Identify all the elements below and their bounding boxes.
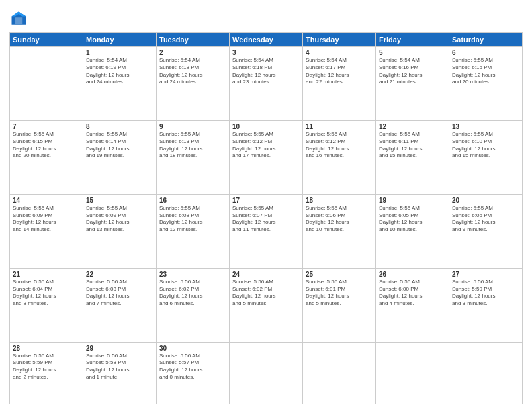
day-number: 26 <box>379 271 446 278</box>
day-number: 11 <box>306 123 373 130</box>
calendar-cell: 6Sunrise: 5:55 AM Sunset: 6:15 PM Daylig… <box>449 47 523 121</box>
day-number: 18 <box>306 197 373 204</box>
day-info: Sunrise: 5:56 AM Sunset: 6:02 PM Dayligh… <box>159 279 226 308</box>
day-number: 12 <box>379 123 446 130</box>
day-info: Sunrise: 5:55 AM Sunset: 6:09 PM Dayligh… <box>86 205 153 234</box>
day-info: Sunrise: 5:55 AM Sunset: 6:14 PM Dayligh… <box>86 131 153 160</box>
day-info: Sunrise: 5:56 AM Sunset: 5:59 PM Dayligh… <box>13 353 80 381</box>
weekday-header-row: SundayMondayTuesdayWednesdayThursdayFrid… <box>10 33 523 47</box>
day-number: 17 <box>232 197 300 204</box>
calendar-cell: 10Sunrise: 5:55 AM Sunset: 6:12 PM Dayli… <box>230 120 303 194</box>
calendar-cell <box>376 342 449 404</box>
calendar-week-row: 28Sunrise: 5:56 AM Sunset: 5:59 PM Dayli… <box>10 342 523 404</box>
day-info: Sunrise: 5:55 AM Sunset: 6:13 PM Dayligh… <box>159 131 226 160</box>
calendar-cell: 17Sunrise: 5:55 AM Sunset: 6:07 PM Dayli… <box>230 194 303 268</box>
day-info: Sunrise: 5:55 AM Sunset: 6:11 PM Dayligh… <box>379 131 446 160</box>
day-info: Sunrise: 5:54 AM Sunset: 6:18 PM Dayligh… <box>232 57 300 86</box>
day-info: Sunrise: 5:55 AM Sunset: 6:10 PM Dayligh… <box>452 131 519 160</box>
day-number: 15 <box>86 197 153 204</box>
calendar-cell <box>10 47 83 121</box>
calendar-cell: 30Sunrise: 5:56 AM Sunset: 5:57 PM Dayli… <box>157 342 230 404</box>
day-number: 23 <box>159 271 226 278</box>
day-info: Sunrise: 5:54 AM Sunset: 6:16 PM Dayligh… <box>379 57 446 86</box>
calendar-cell: 12Sunrise: 5:55 AM Sunset: 6:11 PM Dayli… <box>376 120 449 194</box>
day-number: 21 <box>13 271 80 278</box>
day-number: 20 <box>452 197 519 204</box>
calendar-cell: 15Sunrise: 5:55 AM Sunset: 6:09 PM Dayli… <box>83 194 157 268</box>
weekday-header: Friday <box>376 33 449 47</box>
day-info: Sunrise: 5:55 AM Sunset: 6:15 PM Dayligh… <box>452 57 519 86</box>
calendar-cell: 23Sunrise: 5:56 AM Sunset: 6:02 PM Dayli… <box>157 268 230 342</box>
day-number: 4 <box>306 49 373 56</box>
calendar-cell: 29Sunrise: 5:56 AM Sunset: 5:58 PM Dayli… <box>83 342 157 404</box>
day-info: Sunrise: 5:54 AM Sunset: 6:19 PM Dayligh… <box>86 57 153 86</box>
day-info: Sunrise: 5:55 AM Sunset: 6:05 PM Dayligh… <box>452 205 519 234</box>
day-info: Sunrise: 5:55 AM Sunset: 6:09 PM Dayligh… <box>13 205 80 234</box>
day-info: Sunrise: 5:56 AM Sunset: 6:00 PM Dayligh… <box>379 279 446 308</box>
calendar-cell: 11Sunrise: 5:55 AM Sunset: 6:12 PM Dayli… <box>303 120 376 194</box>
calendar-cell: 5Sunrise: 5:54 AM Sunset: 6:16 PM Daylig… <box>376 47 449 121</box>
day-number: 9 <box>159 123 226 130</box>
calendar-week-row: 7Sunrise: 5:55 AM Sunset: 6:15 PM Daylig… <box>10 120 523 194</box>
calendar-cell: 21Sunrise: 5:55 AM Sunset: 6:04 PM Dayli… <box>10 268 83 342</box>
logo[interactable] <box>9 9 30 28</box>
calendar-cell: 9Sunrise: 5:55 AM Sunset: 6:13 PM Daylig… <box>157 120 230 194</box>
day-number: 30 <box>159 345 226 352</box>
weekday-header: Monday <box>83 33 157 47</box>
calendar-cell: 28Sunrise: 5:56 AM Sunset: 5:59 PM Dayli… <box>10 342 83 404</box>
day-info: Sunrise: 5:56 AM Sunset: 6:02 PM Dayligh… <box>232 279 300 308</box>
weekday-header: Saturday <box>449 33 523 47</box>
calendar-cell: 14Sunrise: 5:55 AM Sunset: 6:09 PM Dayli… <box>10 194 83 268</box>
day-number: 5 <box>379 49 446 56</box>
calendar-cell <box>230 342 303 404</box>
calendar-cell: 27Sunrise: 5:56 AM Sunset: 5:59 PM Dayli… <box>449 268 523 342</box>
day-info: Sunrise: 5:56 AM Sunset: 5:57 PM Dayligh… <box>159 353 226 381</box>
day-info: Sunrise: 5:55 AM Sunset: 6:12 PM Dayligh… <box>306 131 373 160</box>
day-info: Sunrise: 5:55 AM Sunset: 6:06 PM Dayligh… <box>306 205 373 234</box>
day-number: 3 <box>232 49 300 56</box>
day-number: 7 <box>13 123 80 130</box>
calendar-cell: 7Sunrise: 5:55 AM Sunset: 6:15 PM Daylig… <box>10 120 83 194</box>
calendar-cell: 20Sunrise: 5:55 AM Sunset: 6:05 PM Dayli… <box>449 194 523 268</box>
weekday-header: Wednesday <box>230 33 303 47</box>
page: SundayMondayTuesdayWednesdayThursdayFrid… <box>0 0 532 411</box>
day-number: 8 <box>86 123 153 130</box>
day-info: Sunrise: 5:56 AM Sunset: 6:01 PM Dayligh… <box>306 279 373 308</box>
calendar-cell <box>303 342 376 404</box>
day-info: Sunrise: 5:54 AM Sunset: 6:17 PM Dayligh… <box>306 57 373 86</box>
logo-icon <box>9 9 28 28</box>
day-number: 29 <box>86 345 153 352</box>
day-info: Sunrise: 5:55 AM Sunset: 6:15 PM Dayligh… <box>13 131 80 160</box>
calendar-cell: 22Sunrise: 5:56 AM Sunset: 6:03 PM Dayli… <box>83 268 157 342</box>
day-info: Sunrise: 5:55 AM Sunset: 6:08 PM Dayligh… <box>159 205 226 234</box>
day-number: 13 <box>452 123 519 130</box>
day-number: 10 <box>232 123 300 130</box>
day-info: Sunrise: 5:55 AM Sunset: 6:05 PM Dayligh… <box>379 205 446 234</box>
day-number: 19 <box>379 197 446 204</box>
calendar-cell: 13Sunrise: 5:55 AM Sunset: 6:10 PM Dayli… <box>449 120 523 194</box>
day-number: 16 <box>159 197 226 204</box>
calendar-cell: 1Sunrise: 5:54 AM Sunset: 6:19 PM Daylig… <box>83 47 157 121</box>
day-info: Sunrise: 5:55 AM Sunset: 6:04 PM Dayligh… <box>13 279 80 308</box>
calendar-week-row: 21Sunrise: 5:55 AM Sunset: 6:04 PM Dayli… <box>10 268 523 342</box>
day-number: 2 <box>159 49 226 56</box>
day-info: Sunrise: 5:56 AM Sunset: 6:03 PM Dayligh… <box>86 279 153 308</box>
day-info: Sunrise: 5:54 AM Sunset: 6:18 PM Dayligh… <box>159 57 226 86</box>
day-info: Sunrise: 5:56 AM Sunset: 5:59 PM Dayligh… <box>452 279 519 308</box>
calendar-cell: 24Sunrise: 5:56 AM Sunset: 6:02 PM Dayli… <box>230 268 303 342</box>
calendar-cell: 25Sunrise: 5:56 AM Sunset: 6:01 PM Dayli… <box>303 268 376 342</box>
svg-rect-2 <box>15 17 23 24</box>
calendar-cell: 19Sunrise: 5:55 AM Sunset: 6:05 PM Dayli… <box>376 194 449 268</box>
calendar-cell: 4Sunrise: 5:54 AM Sunset: 6:17 PM Daylig… <box>303 47 376 121</box>
calendar-cell: 8Sunrise: 5:55 AM Sunset: 6:14 PM Daylig… <box>83 120 157 194</box>
day-info: Sunrise: 5:56 AM Sunset: 5:58 PM Dayligh… <box>86 353 153 381</box>
day-number: 24 <box>232 271 300 278</box>
calendar-cell: 16Sunrise: 5:55 AM Sunset: 6:08 PM Dayli… <box>157 194 230 268</box>
calendar-cell: 3Sunrise: 5:54 AM Sunset: 6:18 PM Daylig… <box>230 47 303 121</box>
calendar-cell: 26Sunrise: 5:56 AM Sunset: 6:00 PM Dayli… <box>376 268 449 342</box>
weekday-header: Tuesday <box>157 33 230 47</box>
weekday-header: Thursday <box>303 33 376 47</box>
calendar-week-row: 14Sunrise: 5:55 AM Sunset: 6:09 PM Dayli… <box>10 194 523 268</box>
calendar-cell: 2Sunrise: 5:54 AM Sunset: 6:18 PM Daylig… <box>157 47 230 121</box>
day-info: Sunrise: 5:55 AM Sunset: 6:12 PM Dayligh… <box>232 131 300 160</box>
